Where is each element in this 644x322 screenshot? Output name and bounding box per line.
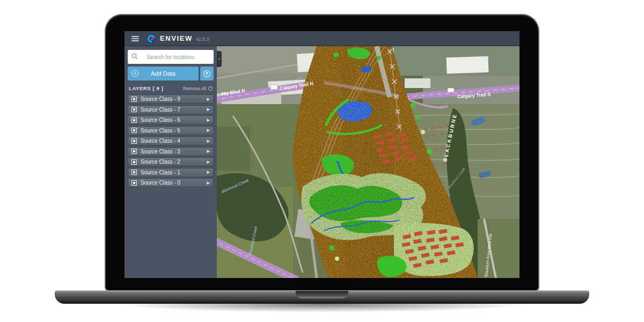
checkbox-icon[interactable] <box>131 107 137 112</box>
checkbox-icon[interactable] <box>131 138 137 144</box>
search-icon <box>131 53 138 60</box>
remove-all-button[interactable]: Remove All <box>183 86 213 91</box>
map-canvas: Gateway Blvd N Calgary Trail N Calgary T… <box>217 46 519 278</box>
chevron-right-icon[interactable]: ▶ <box>207 118 210 122</box>
checkbox-icon[interactable] <box>131 118 137 123</box>
layer-row-source-class-1[interactable]: Source Class - 1 ▶ <box>128 168 214 177</box>
layer-row-source-class-9[interactable]: Source Class - 9 ▶ <box>128 94 214 104</box>
app-title: ENVIEW <box>160 34 193 42</box>
layer-row-source-class-0[interactable]: Source Class - 0 ▶ <box>128 178 214 187</box>
map-viewport[interactable]: ‹ <box>217 46 519 278</box>
search-input[interactable] <box>128 50 214 64</box>
chevron-right-icon[interactable]: ▶ <box>207 97 210 101</box>
laptop-mockup: ENVIEW v2.5.3 + Add Data <box>0 0 644 322</box>
checkbox-icon[interactable] <box>131 149 137 154</box>
topbar: ENVIEW v2.5.3 <box>125 31 519 46</box>
app-window: ENVIEW v2.5.3 + Add Data <box>125 31 519 278</box>
checkbox-icon[interactable] <box>131 180 137 186</box>
layer-row-source-class-4[interactable]: Source Class - 4 ▶ <box>128 136 214 145</box>
hamburger-menu-icon[interactable] <box>131 36 139 41</box>
chevron-right-icon[interactable]: ▶ <box>207 139 210 143</box>
layer-row-source-class-6[interactable]: Source Class - 6 ▶ <box>128 115 214 125</box>
location-search[interactable] <box>128 50 214 64</box>
remove-all-icon <box>208 86 213 91</box>
layers-header: LAYERS [ 9 ] Remove All <box>128 84 214 94</box>
plus-circle-icon: + <box>131 70 138 77</box>
remove-all-label: Remove All <box>183 86 206 91</box>
chevron-right-icon[interactable]: ▶ <box>207 181 210 185</box>
layer-row-source-class-5[interactable]: Source Class - 5 ▶ <box>128 126 214 135</box>
layer-row-source-class-3[interactable]: Source Class - 3 ▶ <box>128 147 214 156</box>
laptop-base <box>55 290 589 304</box>
chevron-right-icon[interactable]: ▶ <box>207 160 210 164</box>
app-version: v2.5.3 <box>196 35 209 42</box>
chevron-right-icon[interactable]: ▶ <box>207 107 210 112</box>
highway-shield-icon <box>270 85 277 90</box>
layer-row-source-class-7[interactable]: Source Class - 7 ▶ <box>128 105 214 114</box>
sidebar: + Add Data LAYERS [ 9 ] Remove All <box>125 46 217 278</box>
upload-icon <box>203 70 211 78</box>
chevron-right-icon[interactable]: ▶ <box>207 128 210 133</box>
layer-row-source-class-2[interactable]: Source Class - 2 ▶ <box>128 157 214 166</box>
layers-title: LAYERS [ 9 ] <box>129 85 163 91</box>
highway-shield-icon <box>448 88 454 92</box>
enview-logo-icon <box>147 34 156 43</box>
upload-button[interactable] <box>200 67 214 80</box>
sidebar-collapse-button[interactable]: ‹ <box>217 51 222 67</box>
add-data-button[interactable]: + Add Data <box>128 67 199 80</box>
checkbox-icon[interactable] <box>131 170 137 175</box>
chevron-right-icon[interactable]: ▶ <box>207 149 210 153</box>
checkbox-icon[interactable] <box>131 159 137 165</box>
checkbox-icon[interactable] <box>131 97 137 102</box>
checkbox-icon[interactable] <box>131 128 137 133</box>
laptop-notch <box>296 291 348 298</box>
chevron-right-icon[interactable]: ▶ <box>207 170 210 174</box>
add-data-label: Add Data <box>151 70 175 77</box>
